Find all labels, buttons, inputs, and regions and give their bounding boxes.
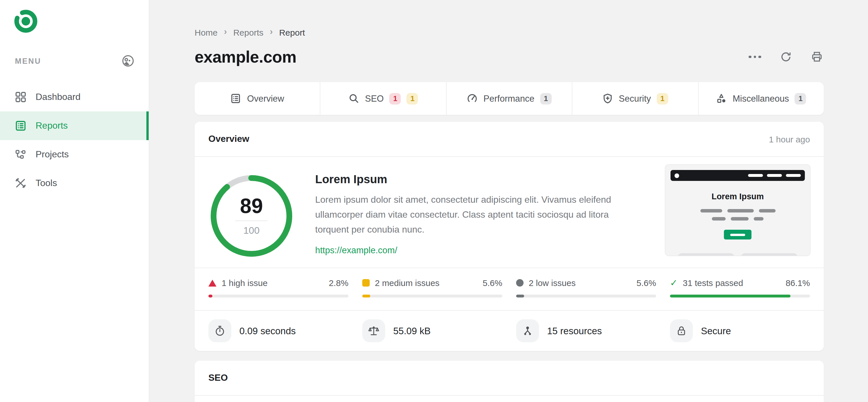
progress-track — [362, 295, 502, 298]
sidebar-item-dashboard[interactable]: Dashboard — [0, 83, 149, 112]
theme-toggle-icon[interactable] — [121, 54, 135, 68]
issues-badge: 1 — [795, 93, 806, 104]
sidebar: MENU Dashboard — [0, 0, 149, 402]
refresh-icon — [780, 51, 792, 63]
metric-label: 15 resources — [547, 325, 602, 336]
tab-label: Security — [619, 93, 651, 104]
issue-percent: 86.1% — [786, 278, 810, 288]
site-thumbnail: Lorem Ipsum — [665, 165, 810, 255]
thumbnail-logo-dot — [675, 173, 679, 178]
seo-card-body — [195, 396, 824, 402]
high-issue-icon — [208, 279, 216, 286]
medium-issues-badge: 1 — [657, 93, 668, 104]
issue-percent: 5.6% — [483, 278, 502, 288]
lock-icon — [670, 319, 693, 342]
tab-performance[interactable]: Performance 1 — [446, 82, 572, 115]
metric-load-time: 0.09 seconds — [208, 319, 348, 342]
chevron-right-icon: › — [270, 26, 273, 37]
medium-issue-icon — [362, 279, 370, 286]
sidebar-item-reports[interactable]: Reports — [0, 112, 149, 140]
tab-label: Performance — [484, 93, 534, 104]
thumbnail-title: Lorem Ipsum — [671, 192, 805, 201]
shield-icon — [602, 93, 613, 104]
printer-icon — [811, 51, 823, 63]
issue-stat-passed: ✓ 31 tests passed 86.1% — [670, 278, 810, 310]
thumbnail-navbar — [671, 170, 805, 181]
ellipsis-icon — [749, 56, 761, 58]
seo-card: SEO — [195, 361, 824, 402]
tab-miscellaneous[interactable]: Miscellaneous 1 — [698, 82, 824, 115]
issue-percent: 2.8% — [329, 278, 348, 288]
issue-stat-medium: 2 medium issues 5.6% — [362, 278, 502, 310]
reports-icon — [15, 120, 26, 131]
sidebar-item-tools[interactable]: Tools — [0, 169, 149, 197]
dashboard-icon — [15, 91, 26, 103]
progress-track — [516, 295, 656, 298]
progress-track — [670, 295, 810, 298]
overview-icon — [230, 93, 241, 104]
stopwatch-icon — [208, 319, 231, 342]
breadcrumb: Home › Reports › Report — [195, 27, 824, 37]
issue-label: 2 low issues — [529, 278, 576, 288]
metric-page-size: 55.09 kB — [362, 319, 502, 342]
sidebar-item-label: Dashboard — [36, 92, 81, 102]
report-actions — [748, 50, 824, 64]
issue-label: 1 high issue — [222, 278, 268, 288]
progress-fill — [208, 295, 212, 298]
metric-label: 0.09 seconds — [239, 325, 296, 336]
app-logo[interactable] — [14, 9, 38, 33]
page-title: example.com — [195, 48, 297, 66]
high-issues-badge: 1 — [390, 93, 401, 104]
site-description: Lorem ipsum dolor sit amet, consectetur … — [315, 192, 645, 237]
menu-label: MENU — [15, 57, 41, 65]
refresh-button[interactable] — [779, 50, 793, 64]
sidebar-nav: Dashboard Reports — [0, 83, 149, 197]
tab-seo[interactable]: SEO 1 1 — [320, 82, 446, 115]
sidebar-item-label: Projects — [36, 149, 69, 160]
chevron-right-icon: › — [224, 26, 227, 37]
check-icon: ✓ — [670, 278, 678, 287]
breadcrumb-reports[interactable]: Reports — [234, 27, 264, 37]
tab-security[interactable]: Security 1 — [572, 82, 698, 115]
issue-stat-low: 2 low issues 5.6% — [516, 278, 656, 310]
score-divider — [236, 220, 268, 221]
overview-card: Overview 1 hour ago 89 100 Lorem — [195, 122, 824, 351]
issue-percent: 5.6% — [637, 278, 656, 288]
tools-icon — [15, 178, 26, 189]
metric-label: 55.09 kB — [393, 325, 431, 336]
logo-icon — [14, 9, 38, 33]
site-url-link[interactable]: https://example.com/ — [315, 245, 397, 255]
sidebar-item-label: Reports — [36, 121, 68, 131]
report-tabs: Overview SEO 1 1 Performance 1 — [195, 82, 824, 115]
main-content: Home › Reports › Report example.com — [149, 0, 868, 402]
resources-icon — [516, 319, 539, 342]
report-timestamp: 1 hour ago — [769, 134, 810, 144]
sidebar-item-projects[interactable]: Projects — [0, 140, 149, 169]
tab-label: Miscellaneous — [733, 93, 789, 104]
breadcrumb-current: Report — [279, 27, 305, 37]
issue-stat-high: 1 high issue 2.8% — [208, 278, 348, 310]
metric-security: Secure — [670, 319, 810, 342]
breadcrumb-home[interactable]: Home — [195, 27, 218, 37]
scale-icon — [362, 319, 385, 342]
medium-issues-badge: 1 — [407, 93, 418, 104]
issue-label: 2 medium issues — [375, 278, 439, 288]
tab-label: Overview — [247, 93, 284, 104]
issues-badge: 1 — [540, 93, 552, 104]
more-actions-button[interactable] — [748, 50, 762, 64]
seo-section-title: SEO — [208, 373, 228, 383]
issues-summary: 1 high issue 2.8% 2 medium issues 5.6% — [195, 268, 824, 310]
progress-fill — [516, 295, 524, 298]
gauge-icon — [467, 93, 477, 104]
search-icon — [348, 93, 359, 104]
thumbnail-button — [724, 230, 751, 240]
overview-section-title: Overview — [208, 134, 249, 144]
tab-label: SEO — [365, 93, 383, 104]
print-button[interactable] — [810, 50, 824, 64]
score-value: 89 — [240, 195, 263, 216]
tab-overview[interactable]: Overview — [195, 82, 320, 115]
metrics-summary: 0.09 seconds 55.09 kB — [195, 310, 824, 351]
shapes-icon — [716, 93, 727, 104]
issue-label: 31 tests passed — [683, 278, 743, 288]
progress-fill — [670, 295, 790, 298]
